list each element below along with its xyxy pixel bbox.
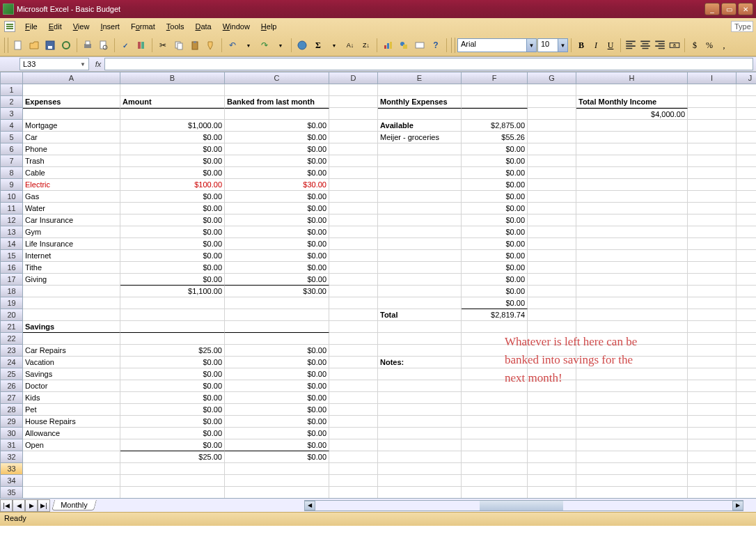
cell[interactable]	[576, 309, 688, 321]
cell[interactable]	[528, 132, 576, 143]
cell[interactable]: $25.00	[120, 345, 225, 357]
percent-icon[interactable]: %	[702, 38, 716, 52]
cell[interactable]: $0.00	[225, 214, 329, 226]
cell[interactable]	[576, 416, 688, 428]
cell[interactable]	[737, 167, 756, 179]
cell[interactable]	[528, 428, 576, 439]
cell[interactable]	[329, 475, 378, 487]
cell[interactable]	[329, 96, 378, 108]
cell[interactable]: $30.00	[225, 179, 329, 191]
cell[interactable]: $0.00	[225, 191, 329, 203]
cell[interactable]: Amount	[120, 96, 225, 108]
cell[interactable]	[528, 262, 576, 274]
cell[interactable]	[378, 487, 462, 499]
row-header-13[interactable]: 13	[0, 226, 23, 238]
cell[interactable]: $0.00	[120, 250, 225, 262]
row-header-7[interactable]: 7	[0, 155, 23, 167]
cell[interactable]	[576, 487, 688, 499]
menu-data[interactable]: Data	[189, 20, 216, 33]
cell[interactable]	[462, 439, 528, 451]
cell[interactable]: $4,000.00	[576, 108, 688, 120]
font-family-select[interactable]: Arial▼	[457, 38, 537, 52]
cell[interactable]: Gym	[23, 226, 120, 238]
cell[interactable]: $0.00	[225, 203, 329, 214]
cell[interactable]: $55.26	[462, 132, 528, 143]
col-header-D[interactable]: D	[329, 72, 378, 84]
row-header-20[interactable]: 20	[0, 309, 23, 321]
cell[interactable]	[737, 333, 756, 345]
cell[interactable]	[378, 262, 462, 274]
row-header-23[interactable]: 23	[0, 345, 23, 357]
row-header-3[interactable]: 3	[0, 108, 23, 120]
cell[interactable]	[737, 321, 756, 333]
cell[interactable]	[688, 451, 737, 463]
cell[interactable]	[120, 333, 225, 345]
cell[interactable]	[576, 167, 688, 179]
cell[interactable]	[576, 214, 688, 226]
cell[interactable]	[688, 392, 737, 404]
cell[interactable]	[688, 345, 737, 357]
new-file-icon[interactable]	[10, 38, 26, 53]
cell[interactable]	[329, 451, 378, 463]
autosum-icon[interactable]: Σ	[310, 38, 326, 53]
cell[interactable]	[329, 179, 378, 191]
align-left-icon[interactable]	[624, 38, 638, 52]
cell[interactable]: $0.00	[462, 143, 528, 155]
cell[interactable]: $0.00	[225, 238, 329, 250]
cell[interactable]	[462, 428, 528, 439]
cell[interactable]: Meijer - groceries	[378, 132, 462, 143]
cell[interactable]: Car	[23, 132, 120, 143]
cell[interactable]	[329, 84, 378, 96]
cell[interactable]	[378, 463, 462, 475]
cell[interactable]	[576, 226, 688, 238]
cell[interactable]	[576, 392, 688, 404]
permission-icon[interactable]	[58, 38, 74, 53]
cell[interactable]: $0.00	[225, 155, 329, 167]
cell[interactable]: Trash	[23, 155, 120, 167]
cell[interactable]	[378, 416, 462, 428]
cell[interactable]	[688, 167, 737, 179]
cell[interactable]: $0.00	[120, 416, 225, 428]
cell[interactable]: Expenses	[23, 96, 120, 108]
cell[interactable]	[225, 321, 329, 333]
cell[interactable]	[737, 297, 756, 309]
cell[interactable]: $0.00	[225, 167, 329, 179]
row-header-5[interactable]: 5	[0, 132, 23, 143]
cell[interactable]	[688, 380, 737, 392]
align-center-icon[interactable]	[638, 38, 652, 52]
cell[interactable]: $2,875.00	[462, 120, 528, 132]
cell[interactable]: $2,819.74	[462, 309, 528, 321]
cell[interactable]: $0.00	[120, 368, 225, 380]
cell[interactable]	[23, 108, 120, 120]
sort-asc-icon[interactable]: A↓	[342, 38, 358, 53]
row-header-16[interactable]: 16	[0, 262, 23, 274]
minimize-button[interactable]: _	[704, 3, 720, 15]
row-header-28[interactable]: 28	[0, 404, 23, 416]
row-header-30[interactable]: 30	[0, 428, 23, 439]
cell[interactable]: $0.00	[120, 404, 225, 416]
cell[interactable]: $0.00	[225, 404, 329, 416]
cell[interactable]: $0.00	[225, 262, 329, 274]
cell[interactable]: $0.00	[225, 380, 329, 392]
toolbar-grip[interactable]	[4, 38, 8, 53]
row-header-15[interactable]: 15	[0, 250, 23, 262]
cell[interactable]	[688, 297, 737, 309]
row-header-26[interactable]: 26	[0, 380, 23, 392]
cell[interactable]: $0.00	[120, 191, 225, 203]
cut-icon[interactable]: ✂	[155, 38, 171, 53]
cell[interactable]	[688, 309, 737, 321]
cell[interactable]: Vacation	[23, 357, 120, 368]
cell[interactable]	[528, 203, 576, 214]
cell[interactable]	[737, 345, 756, 357]
cell[interactable]	[737, 108, 756, 120]
cell[interactable]	[528, 155, 576, 167]
cell[interactable]	[576, 143, 688, 155]
menu-file[interactable]: File	[19, 20, 43, 33]
cell[interactable]: $0.00	[462, 191, 528, 203]
row-header-22[interactable]: 22	[0, 333, 23, 345]
cell[interactable]: Available	[378, 120, 462, 132]
cell[interactable]	[378, 203, 462, 214]
cell[interactable]	[737, 439, 756, 451]
cell[interactable]	[378, 179, 462, 191]
cell[interactable]	[737, 286, 756, 297]
